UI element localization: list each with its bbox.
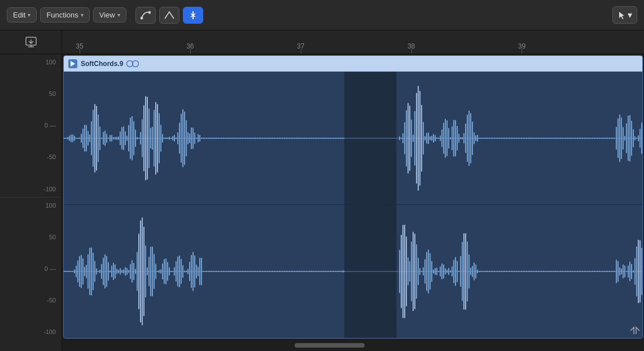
functions-menu-button[interactable]: Functions ▾: [40, 7, 89, 23]
svg-rect-464: [296, 271, 297, 272]
svg-rect-89: [192, 128, 194, 148]
svg-rect-197: [430, 137, 431, 141]
svg-rect-507: [423, 267, 424, 275]
svg-rect-495: [402, 225, 404, 318]
svg-rect-585: [555, 271, 556, 272]
svg-rect-150: [296, 138, 297, 139]
svg-rect-602: [584, 271, 585, 272]
scrollbar[interactable]: [62, 340, 644, 351]
svg-rect-405: [196, 265, 197, 278]
svg-rect-608: [594, 271, 595, 272]
svg-rect-504: [418, 258, 419, 285]
svg-rect-528: [458, 271, 459, 272]
svg-rect-451: [274, 271, 275, 272]
svg-rect-44: [116, 137, 117, 140]
svg-rect-142: [282, 138, 283, 139]
svg-rect-523: [450, 270, 451, 273]
svg-rect-563: [518, 271, 519, 272]
svg-rect-552: [499, 271, 500, 272]
svg-rect-302: [607, 138, 608, 139]
svg-rect-571: [531, 271, 532, 272]
cursor-tool-button[interactable]: ▾: [612, 6, 637, 24]
svg-rect-446: [265, 271, 266, 272]
svg-rect-519: [443, 265, 444, 279]
svg-rect-502: [414, 234, 415, 309]
svg-rect-231: [487, 138, 488, 139]
svg-rect-382: [157, 271, 158, 272]
svg-rect-410: [204, 271, 205, 272]
svg-rect-389: [169, 267, 170, 276]
svg-rect-248: [516, 138, 517, 139]
svg-rect-390: [170, 271, 172, 272]
svg-rect-395: [179, 256, 180, 287]
waveform-area[interactable]: SoftChords.9: [62, 54, 644, 351]
edit-menu-button[interactable]: Edit ▾: [7, 7, 37, 23]
svg-rect-72: [164, 138, 165, 139]
split-tool-button[interactable]: [183, 7, 203, 24]
svg-rect-350: [103, 258, 104, 285]
svg-rect-290: [587, 138, 588, 139]
svg-rect-381: [155, 264, 156, 279]
svg-rect-289: [585, 138, 586, 139]
svg-rect-577: [541, 271, 542, 272]
svg-rect-394: [177, 257, 178, 287]
svg-rect-442: [259, 271, 260, 272]
svg-rect-236: [496, 138, 497, 139]
svg-rect-344: [93, 253, 94, 290]
svg-rect-492: [343, 270, 344, 272]
svg-rect-398: [184, 271, 185, 273]
region-play-button[interactable]: [68, 59, 77, 68]
resize-handle[interactable]: [628, 325, 642, 339]
svg-rect-212: [455, 120, 456, 156]
svg-rect-401: [189, 262, 190, 281]
svg-rect-280: [570, 138, 571, 139]
svg-rect-314: [628, 116, 629, 161]
svg-rect-536: [472, 266, 473, 277]
svg-rect-629: [629, 262, 630, 281]
svg-rect-38: [106, 134, 107, 143]
scrollbar-thumb[interactable]: [295, 343, 365, 348]
svg-rect-179: [399, 137, 400, 140]
svg-rect-317: [633, 129, 634, 147]
svg-rect-574: [536, 271, 537, 272]
svg-rect-93: [199, 135, 200, 142]
svg-rect-161: [314, 138, 316, 139]
svg-rect-549: [494, 271, 495, 272]
svg-rect-583: [551, 271, 553, 272]
svg-rect-568: [526, 271, 527, 272]
svg-rect-291: [589, 138, 590, 139]
svg-rect-386: [164, 259, 165, 284]
svg-rect-265: [545, 138, 546, 139]
svg-rect-529: [460, 256, 461, 287]
svg-rect-256: [529, 138, 531, 139]
timeline-ruler: 35 36 37 38 39: [62, 30, 644, 54]
svg-rect-299: [602, 138, 603, 139]
svg-rect-443: [260, 271, 261, 272]
svg-rect-455: [281, 271, 282, 272]
svg-rect-108: [225, 138, 226, 139]
svg-rect-587: [558, 271, 559, 272]
envelope-tool-button[interactable]: [159, 7, 179, 24]
svg-rect-216: [462, 137, 463, 139]
svg-rect-19: [74, 136, 75, 141]
svg-rect-520: [445, 269, 446, 275]
svg-rect-337: [81, 255, 82, 288]
svg-rect-204: [441, 130, 443, 147]
svg-rect-151: [297, 138, 299, 139]
view-menu-button[interactable]: View ▾: [93, 7, 126, 23]
svg-rect-55: [135, 130, 136, 147]
svg-rect-594: [570, 271, 571, 272]
audio-region[interactable]: SoftChords.9: [63, 55, 643, 339]
svg-rect-26: [86, 125, 87, 152]
import-button[interactable]: [0, 30, 62, 54]
svg-rect-438: [252, 271, 253, 272]
svg-rect-404: [194, 256, 195, 288]
svg-rect-29: [91, 121, 92, 155]
svg-rect-21: [77, 138, 78, 139]
curve-tool-button[interactable]: [135, 7, 156, 24]
svg-rect-267: [548, 138, 549, 139]
svg-rect-370: [137, 252, 138, 291]
svg-rect-163: [318, 138, 319, 139]
svg-rect-61: [145, 96, 146, 181]
svg-rect-243: [507, 138, 509, 139]
